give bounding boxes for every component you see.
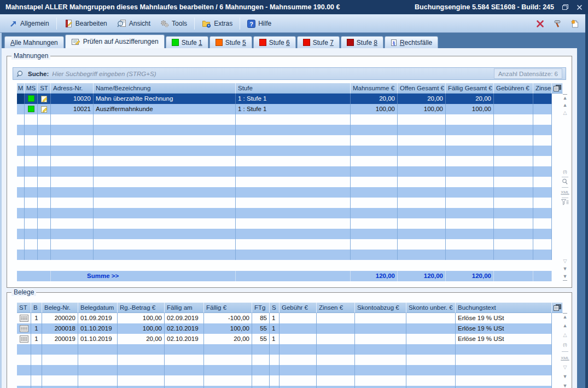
column-header[interactable]: Stufe bbox=[236, 83, 351, 94]
menu-allgemein[interactable]: Allgemein bbox=[4, 18, 54, 30]
table-row-empty[interactable] bbox=[17, 344, 552, 355]
tab-rechtsfaelle[interactable]: § Rechtsfälle bbox=[385, 36, 438, 48]
table-row-empty[interactable] bbox=[17, 365, 552, 375]
hammer-tool-button[interactable] bbox=[549, 18, 566, 30]
column-header[interactable]: Zinsen bbox=[533, 83, 552, 94]
table-row[interactable]: 1 200019 01.10.2019 20,00 02.10.2019 20,… bbox=[17, 334, 552, 344]
table-row-empty[interactable] bbox=[17, 156, 552, 166]
menu-hilfe[interactable]: ? Hilfe bbox=[242, 18, 276, 30]
table-row-empty[interactable] bbox=[17, 355, 552, 365]
jump-to-bottom-icon[interactable]: ▼ bbox=[563, 273, 568, 281]
column-header[interactable]: Name/Bezeichnung bbox=[94, 83, 236, 94]
column-header[interactable]: Beleg-Nr. bbox=[42, 303, 78, 313]
tab-stufe-6[interactable]: Stufe 6 bbox=[253, 36, 296, 48]
table-row-empty[interactable] bbox=[17, 239, 552, 250]
column-header[interactable]: Gebühren € bbox=[494, 83, 533, 94]
table-row-empty[interactable] bbox=[17, 135, 552, 146]
table-row[interactable]: 1 200020 01.09.2019 100,00 02.09.2019 -1… bbox=[17, 313, 552, 323]
tab-pruefen-auf-auszifferungen[interactable]: Prüfen auf Auszifferungen bbox=[65, 34, 165, 48]
search-input[interactable] bbox=[52, 71, 490, 77]
column-width-icon[interactable]: (I) bbox=[563, 341, 567, 349]
column-header[interactable]: ST bbox=[38, 83, 51, 94]
grid-settings-button[interactable] bbox=[552, 303, 563, 313]
scroll-down-icon[interactable]: ▽ bbox=[563, 364, 567, 372]
jump-to-bottom-icon[interactable]: ▼ bbox=[563, 383, 568, 388]
filter-icon[interactable] bbox=[561, 199, 569, 207]
column-header[interactable]: Buchungstext bbox=[456, 303, 552, 313]
tab-stufe-1[interactable]: Stufe 1 bbox=[166, 36, 208, 48]
empty-cell bbox=[51, 218, 94, 229]
column-header[interactable]: Gebühr € bbox=[280, 303, 317, 313]
table-row-empty[interactable] bbox=[17, 250, 552, 260]
table-row-empty[interactable] bbox=[17, 177, 552, 187]
column-width-icon[interactable]: (I) bbox=[563, 168, 567, 176]
jump-to-top-icon[interactable]: ▲ bbox=[563, 313, 568, 321]
column-header[interactable]: Rg.-Betrag € bbox=[118, 303, 165, 313]
table-row[interactable]: 10020 Mahn überzahlte Rechnung 1 : Stufe… bbox=[17, 94, 552, 104]
column-header[interactable]: Adress-Nr. bbox=[51, 83, 94, 94]
beleg-st-cell bbox=[17, 313, 31, 323]
xml-export-icon[interactable]: XML bbox=[561, 189, 569, 196]
empty-cell bbox=[94, 146, 236, 156]
table-row-empty[interactable] bbox=[17, 386, 552, 388]
menu-tools[interactable]: Tools bbox=[155, 17, 192, 30]
menu-ansicht[interactable]: Ansicht bbox=[112, 17, 155, 30]
table-row[interactable]: 1 200018 01.10.2019 100,00 02.10.2019 10… bbox=[17, 323, 552, 334]
search-bar: Suche: Anzahl Datensätze: 6 bbox=[13, 67, 566, 80]
table-row-empty[interactable] bbox=[17, 146, 552, 156]
xml-export-icon[interactable]: XML bbox=[561, 355, 569, 362]
restore-window-button[interactable] bbox=[562, 4, 569, 10]
column-header[interactable]: Fällig am bbox=[165, 303, 204, 313]
grid-settings-button[interactable] bbox=[552, 83, 563, 94]
table-row[interactable]: 10021 Ausziffermahnkunde 1 : Stufe 1 100… bbox=[17, 104, 552, 114]
empty-cell bbox=[78, 355, 118, 365]
move-up-icon[interactable]: ▲ bbox=[563, 322, 568, 330]
empty-cell bbox=[204, 375, 252, 386]
table-row-empty[interactable] bbox=[17, 375, 552, 386]
new-document-button[interactable] bbox=[566, 18, 584, 30]
column-header[interactable]: Fällig Gesamt € bbox=[446, 83, 494, 94]
column-header[interactable]: Skontoabzug € bbox=[355, 303, 406, 313]
column-header[interactable]: Mahnsumme € bbox=[351, 83, 398, 94]
table-row-empty[interactable] bbox=[17, 229, 552, 239]
tab-stufe-8[interactable]: Stufe 8 bbox=[341, 36, 383, 48]
mahnungen-grid-header: M MS ST Adress-Nr. Name/Bezeichnung Stuf… bbox=[17, 83, 563, 94]
jump-to-top-icon[interactable]: ▲ bbox=[563, 94, 568, 102]
column-header[interactable]: Zinsen € bbox=[317, 303, 355, 313]
column-header[interactable]: Belegdatum bbox=[78, 303, 118, 313]
scroll-up-icon[interactable]: △ bbox=[563, 332, 567, 339]
table-row-empty[interactable] bbox=[17, 218, 552, 229]
column-header[interactable]: B bbox=[31, 303, 42, 313]
column-header[interactable]: M bbox=[17, 83, 25, 94]
tab-alle-mahnungen[interactable]: Alle Mahnungen bbox=[4, 36, 64, 48]
delete-button[interactable] bbox=[532, 18, 549, 30]
column-header[interactable]: Skonto unber. € bbox=[406, 303, 456, 313]
column-header[interactable]: Fällig € bbox=[204, 303, 252, 313]
empty-cell bbox=[94, 177, 236, 187]
table-row-empty[interactable] bbox=[17, 166, 552, 177]
column-header[interactable]: ST bbox=[17, 303, 31, 313]
table-row-empty[interactable] bbox=[17, 187, 552, 198]
empty-cell bbox=[94, 187, 236, 198]
table-row-empty[interactable] bbox=[17, 198, 552, 208]
column-header[interactable]: S bbox=[270, 303, 280, 313]
scroll-up-icon[interactable]: △ bbox=[563, 109, 567, 117]
tab-stufe-7[interactable]: Stufe 7 bbox=[297, 36, 340, 48]
move-up-icon[interactable]: ▲ bbox=[563, 102, 568, 109]
table-row-empty[interactable] bbox=[17, 208, 552, 218]
menu-extras[interactable]: Extras bbox=[197, 18, 237, 30]
gebuehren-cell bbox=[494, 104, 533, 114]
search-grid-icon[interactable] bbox=[562, 178, 568, 186]
scroll-down-icon[interactable]: ▽ bbox=[563, 258, 567, 265]
column-header[interactable]: FTg bbox=[252, 303, 270, 313]
move-down-icon[interactable]: ▼ bbox=[563, 265, 568, 273]
column-header[interactable]: MS bbox=[25, 83, 38, 94]
table-row-empty[interactable] bbox=[17, 114, 552, 125]
table-row-empty[interactable] bbox=[17, 125, 552, 135]
empty-cell bbox=[17, 375, 31, 386]
column-header[interactable]: Offen Gesamt € bbox=[398, 83, 446, 94]
close-window-button[interactable] bbox=[577, 4, 583, 10]
tab-stufe-5[interactable]: Stufe 5 bbox=[209, 36, 252, 48]
move-down-icon[interactable]: ▼ bbox=[563, 373, 568, 381]
menu-bearbeiten[interactable]: Bearbeiten bbox=[59, 17, 112, 30]
